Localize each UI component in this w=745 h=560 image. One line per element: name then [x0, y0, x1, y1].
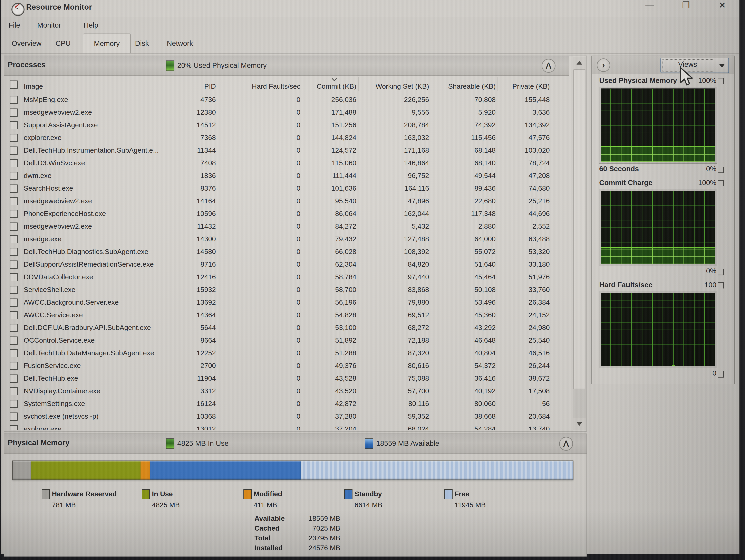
physical-memory-collapse-button[interactable]: ᐱ [559, 437, 573, 451]
row-checkbox[interactable] [10, 299, 18, 307]
row-checkbox[interactable] [10, 425, 18, 430]
used-physical-memory-graph [599, 87, 717, 163]
cell-working-set: 146,864 [404, 159, 429, 167]
table-row[interactable]: ServiceShell.exe 15932 0 58,700 83,868 5… [4, 283, 572, 296]
row-checkbox[interactable] [10, 349, 18, 357]
column-header-hard-faults[interactable]: Hard Faults/sec [252, 82, 300, 90]
cell-image: PhoneExperienceHost.exe [24, 210, 106, 218]
table-row[interactable]: msedgewebview2.exe 12380 0 171,488 9,556… [4, 106, 572, 119]
row-checkbox[interactable] [10, 311, 18, 319]
row-checkbox[interactable] [10, 159, 18, 167]
tab-overview[interactable]: Overview [5, 33, 48, 53]
row-checkbox[interactable] [10, 108, 18, 117]
views-button[interactable]: Views [660, 58, 729, 73]
row-checkbox[interactable] [10, 235, 18, 243]
hard-faults-graph [599, 291, 717, 368]
tab-disk[interactable]: Disk [131, 33, 153, 53]
row-checkbox[interactable] [10, 412, 18, 421]
column-header-image[interactable]: Image [24, 82, 43, 90]
row-checkbox[interactable] [10, 324, 18, 332]
scrollbar-up-arrow[interactable] [573, 57, 586, 69]
row-checkbox[interactable] [10, 197, 18, 205]
table-row[interactable]: AWCC.Background.Server.exe 13692 0 56,19… [4, 296, 572, 309]
charts-panel: › Views Used Physical Memory 100% 60 Sec… [591, 56, 735, 384]
cell-working-set: 96,752 [408, 172, 429, 180]
table-row[interactable]: Dell.TechHub.exe 11904 0 43,528 75,088 3… [4, 372, 572, 384]
row-checkbox[interactable] [10, 210, 18, 218]
column-header-pid[interactable]: PID [204, 82, 216, 90]
cell-shareable: 38,668 [475, 412, 496, 420]
row-checkbox[interactable] [10, 147, 18, 155]
table-row[interactable]: PhoneExperienceHost.exe 10596 0 86,064 1… [4, 207, 572, 220]
table-row[interactable]: DDVDataCollector.exe 12416 0 58,784 97,4… [4, 271, 572, 283]
table-row[interactable]: Dell.DCF.UA.Bradbury.API.SubAgent.exe 56… [4, 321, 572, 334]
table-row[interactable]: Dell.TechHub.Diagnostics.SubAgent.exe 14… [4, 245, 572, 258]
row-checkbox[interactable] [10, 273, 18, 281]
table-row[interactable]: msedgewebview2.exe 14164 0 95,540 47,896… [4, 194, 572, 207]
row-checkbox[interactable] [10, 400, 18, 408]
menu-help[interactable]: Help [84, 21, 98, 29]
cell-image: Dell.TechHub.Diagnostics.SubAgent.exe [24, 248, 148, 256]
table-row[interactable]: SearchHost.exe 8376 0 101,636 164,116 89… [4, 182, 572, 194]
table-row[interactable]: FusionService.exe 2700 0 49,376 80,616 5… [4, 359, 572, 372]
table-row[interactable]: explorer.exe 13012 0 37,204 68,024 54,28… [4, 423, 572, 430]
table-row[interactable]: explorer.exe 7368 0 144,824 163,032 115,… [4, 131, 572, 144]
cell-pid: 14164 [196, 197, 216, 205]
table-row[interactable]: msedge.exe 14300 0 79,432 127,488 64,000… [4, 232, 572, 245]
maximize-button[interactable]: ❒ [679, 0, 693, 11]
row-checkbox[interactable] [10, 387, 18, 395]
table-row[interactable]: SupportAssistAgent.exe 14512 0 151,256 2… [4, 119, 572, 131]
minimize-button[interactable]: — [643, 0, 657, 11]
column-header-commit[interactable]: Commit (KB) [317, 82, 356, 90]
processes-collapse-button[interactable]: ᐱ [542, 59, 555, 73]
row-checkbox[interactable] [10, 286, 18, 294]
table-row[interactable]: DellSupportAssistRemediationService.exe … [4, 258, 572, 271]
tab-network[interactable]: Network [159, 33, 201, 53]
table-row[interactable]: msedgewebview2.exe 11432 0 84,272 5,432 … [4, 220, 572, 232]
row-checkbox[interactable] [10, 248, 18, 256]
table-row[interactable]: OCControl.Service.exe 8664 0 51,892 72,1… [4, 334, 572, 346]
scrollbar-thumb[interactable] [574, 69, 585, 389]
column-header-shareable[interactable]: Shareable (KB) [448, 82, 496, 90]
cell-private: 47,576 [528, 134, 550, 142]
cell-hard-faults: 0 [296, 159, 300, 167]
scrollbar-down-arrow[interactable] [573, 418, 586, 430]
row-checkbox[interactable] [10, 222, 18, 231]
row-checkbox[interactable] [10, 374, 18, 383]
cell-image: DDVDataCollector.exe [24, 273, 93, 281]
table-row[interactable]: NVDisplay.Container.exe 3312 0 43,520 57… [4, 384, 572, 397]
row-checkbox[interactable] [10, 121, 18, 129]
cell-shareable: 70,808 [475, 96, 496, 103]
table-row[interactable]: MsMpEng.exe 4736 0 256,036 226,256 70,80… [4, 93, 572, 106]
table-row[interactable]: dwm.exe 1836 0 111,444 96,752 49,544 47,… [4, 169, 572, 182]
table-row[interactable]: Dell.TechHub.DataManager.SubAgent.exe 12… [4, 346, 572, 359]
row-checkbox[interactable] [10, 337, 18, 345]
process-list-scrollbar[interactable] [573, 57, 586, 430]
tab-memory[interactable]: Memory [83, 33, 131, 53]
table-row[interactable]: Dell.D3.WinSvc.exe 7408 0 115,060 146,86… [4, 156, 572, 169]
table-row[interactable]: SystemSettings.exe 16124 0 42,872 80,116… [4, 397, 572, 410]
column-header-working-set[interactable]: Working Set (KB) [376, 82, 429, 90]
row-checkbox[interactable] [10, 96, 18, 104]
menu-file[interactable]: File [8, 21, 20, 29]
cell-private: 24,152 [528, 311, 550, 319]
row-checkbox[interactable] [10, 185, 18, 193]
views-dropdown-caret-icon[interactable] [719, 64, 725, 68]
row-checkbox[interactable] [10, 362, 18, 370]
cell-commit: 56,196 [335, 298, 356, 306]
column-header-private[interactable]: Private (KB) [512, 82, 550, 90]
row-checkbox[interactable] [10, 172, 18, 180]
cell-working-set: 9,556 [412, 108, 429, 116]
tab-cpu[interactable]: CPU [50, 33, 76, 53]
collapse-sidebar-button[interactable]: › [597, 58, 610, 72]
cell-image: Dell.TechHub.exe [24, 374, 78, 382]
row-checkbox[interactable] [10, 260, 18, 269]
cell-commit: 66,028 [335, 248, 356, 256]
table-row[interactable]: svchost.exe (netsvcs -p) 10368 0 37,280 … [4, 410, 572, 423]
table-row[interactable]: Dell.TechHub.Instrumentation.SubAgent.e.… [4, 144, 572, 156]
close-button[interactable]: ✕ [715, 0, 730, 11]
row-checkbox[interactable] [10, 134, 18, 142]
select-all-checkbox[interactable] [10, 81, 18, 89]
table-row[interactable]: AWCC.Service.exe 14364 0 54,828 69,512 4… [4, 309, 572, 321]
menu-monitor[interactable]: Monitor [37, 21, 61, 29]
